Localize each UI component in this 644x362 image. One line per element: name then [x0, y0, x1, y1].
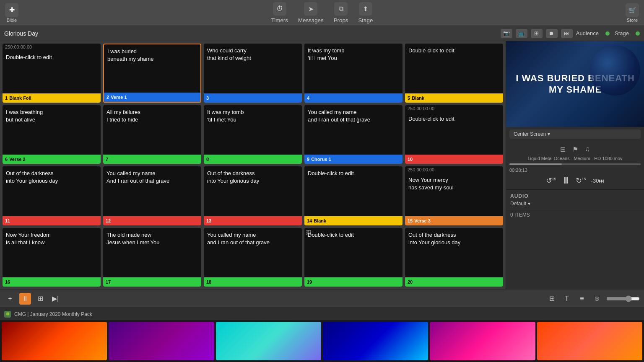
slide-number: 4: [307, 96, 309, 101]
slide-label-bar: 17: [103, 277, 201, 287]
camera-button[interactable]: 📷: [501, 29, 512, 38]
slide-card-20[interactable]: Out of the darkness into Your glorious d…: [405, 228, 503, 287]
skip-end-button[interactable]: -30⏭: [591, 178, 605, 184]
slide-number: 2: [106, 95, 109, 100]
slide-card-content: You called my name and I ran out of that…: [204, 228, 302, 278]
slide-label-bar: 1 Blank Foil: [3, 93, 101, 103]
slide-label-bar: 8: [204, 155, 302, 164]
stage-dot: [636, 31, 640, 36]
slide-card-15[interactable]: 250:00:00.00Now Your mercy has saved my …: [405, 166, 503, 225]
slide-card-content: The old made new Jesus when I met You: [103, 228, 201, 278]
slide-label-bar: 5 Blank: [405, 93, 503, 103]
pause-tool-button[interactable]: ⏸: [19, 293, 31, 305]
slide-timer: 250:00:00.00: [405, 105, 503, 112]
list-view-button[interactable]: ≡: [576, 293, 588, 305]
forward-15-button[interactable]: ↻15: [576, 176, 586, 185]
slide-number: 6: [5, 157, 8, 162]
thumbnail-5[interactable]: [430, 322, 535, 360]
messages-button[interactable]: ➤ Messages: [298, 2, 324, 23]
slide-card-16[interactable]: Now Your freedom is all that I know 16: [3, 228, 101, 287]
slide-label-bar: 13: [204, 216, 302, 225]
slide-number: 3: [206, 96, 209, 101]
media-ctrl-icons: ⊞ ⚑ ♫: [509, 144, 641, 155]
slide-card-10[interactable]: 250:00:00.00Double-click to edit 10: [405, 105, 503, 164]
slide-card-18[interactable]: You called my name and I ran out of that…: [204, 228, 302, 287]
slide-card-content: Now Your freedom is all that I know: [3, 228, 101, 278]
slide-img-icon: 🖼: [306, 230, 311, 235]
audience-dot: [605, 31, 610, 36]
slide-card-content: I was breathing but not alive: [3, 105, 101, 155]
grid-view-button[interactable]: ⊞: [546, 293, 558, 305]
title-controls: 📷 📺 ⊞ ⏺ ⏭ Audience Stage: [501, 29, 640, 38]
page-title: Glorious Day: [4, 30, 38, 37]
slide-number: 11: [5, 218, 10, 223]
slide-card-13[interactable]: Out of the darkness into Your glorious d…: [204, 166, 302, 225]
grid-tool-button[interactable]: ⊞: [34, 293, 46, 305]
media-progress-bar[interactable]: [509, 163, 641, 165]
slide-card-1[interactable]: 250:00:00.00Double-click to edit 1 Blank…: [3, 44, 101, 103]
media-progress-fill: [509, 163, 562, 165]
text-tool-button[interactable]: T: [561, 293, 573, 305]
pause-button[interactable]: ⏸: [561, 175, 571, 186]
slide-card-3[interactable]: Who could carry that kind of weight 3: [204, 44, 302, 103]
props-button[interactable]: ⧉ Props: [334, 2, 348, 23]
title-bar: Glorious Day 📷 📺 ⊞ ⏺ ⏭ Audience Stage: [0, 26, 644, 41]
next-button[interactable]: ⏭: [561, 29, 573, 38]
display-button[interactable]: 📺: [516, 29, 527, 38]
thumbnail-6[interactable]: [537, 322, 642, 360]
props-icon: ⧉: [334, 2, 348, 16]
stage-label: Stage: [358, 17, 373, 23]
bible-nav[interactable]: ✚ Bible: [5, 3, 18, 23]
slide-label-text: Chorus 1: [311, 157, 331, 162]
slide-card-12[interactable]: You called my name And I ran out of that…: [103, 166, 201, 225]
media-flag-icon[interactable]: ⚑: [572, 145, 578, 153]
screen-selector[interactable]: Center Screen ▾: [509, 129, 641, 139]
rewind-15-button[interactable]: ↺15: [546, 176, 556, 185]
slide-card-19[interactable]: 🖼Double-click to edit 19: [304, 228, 402, 287]
media-music-icon[interactable]: ♫: [585, 145, 590, 153]
slide-card-17[interactable]: The old made new Jesus when I met You 17: [103, 228, 201, 287]
store-nav[interactable]: 🛒 Store: [626, 3, 639, 23]
slide-grid-area: 250:00:00.00Double-click to edit 1 Blank…: [0, 41, 506, 289]
timers-button[interactable]: ⏱ Timers: [271, 2, 288, 23]
add-button[interactable]: +: [4, 293, 16, 305]
slide-card-2[interactable]: I was buried beneath my shame 2 Verse 1: [103, 44, 201, 103]
slide-card-content: I was buried beneath my shame: [104, 44, 200, 93]
slide-card-14[interactable]: Double-click to edit 14 Blank: [304, 166, 402, 225]
slide-label-bar: 15 Verse 3: [405, 216, 503, 225]
media-grid-icon[interactable]: ⊞: [560, 145, 566, 153]
slide-card-8[interactable]: It was my tomb 'til I met You 8: [204, 105, 302, 164]
slide-card-5[interactable]: Double-click to edit 5 Blank: [405, 44, 503, 103]
size-slider[interactable]: [606, 295, 640, 302]
slide-card-11[interactable]: Out of the darkness into Your glorious d…: [3, 166, 101, 225]
slide-card-4[interactable]: It was my tomb 'til I met You 4: [304, 44, 402, 103]
slide-card-content: All my failures I tried to hide: [103, 105, 201, 155]
slide-card-6[interactable]: I was breathing but not alive 6 Verse 2: [3, 105, 101, 164]
audio-section: AUDIO Default ▾: [506, 190, 644, 210]
top-navigation: ✚ Bible ⏱ Timers ➤ Messages ⧉ Props ⬆ St…: [0, 0, 644, 26]
thumbnail-2[interactable]: [109, 322, 214, 360]
slide-number: 20: [408, 279, 413, 284]
slide-grid: 250:00:00.00Double-click to edit 1 Blank…: [3, 44, 503, 287]
slide-number: 5: [408, 96, 410, 101]
split-button[interactable]: ⊞: [531, 29, 543, 38]
slide-card-content: Double-click to edit: [3, 50, 101, 93]
thumbnail-3[interactable]: [216, 322, 321, 360]
cmg-bar: 🍀 CMG | January 2020 Monthly Pack: [0, 308, 644, 320]
slide-label-bar: 6 Verse 2: [3, 155, 101, 164]
nav-center: ⏱ Timers ➤ Messages ⧉ Props ⬆ Stage: [271, 2, 373, 23]
emoji-button[interactable]: ☺: [591, 293, 603, 305]
thumbnail-4[interactable]: [323, 322, 428, 360]
slide-label-bar: 2 Verse 1: [104, 93, 200, 102]
play-next-button[interactable]: ▶|: [49, 293, 61, 305]
stage-button[interactable]: ⬆ Stage: [358, 2, 373, 23]
slide-card-9[interactable]: You called my name and I ran out of that…: [304, 105, 402, 164]
thumbnail-1[interactable]: [2, 322, 107, 360]
preview-planet: [590, 45, 640, 96]
record-button[interactable]: ⏺: [546, 29, 558, 38]
slide-card-7[interactable]: All my failures I tried to hide 7: [103, 105, 201, 164]
slide-card-content: Now Your mercy has saved my soul: [405, 173, 503, 216]
slide-number: 1: [5, 96, 8, 101]
props-label: Props: [334, 17, 348, 23]
right-panel: I WAS BURIED BENEATH MY SHAME Center Scr…: [506, 41, 644, 289]
